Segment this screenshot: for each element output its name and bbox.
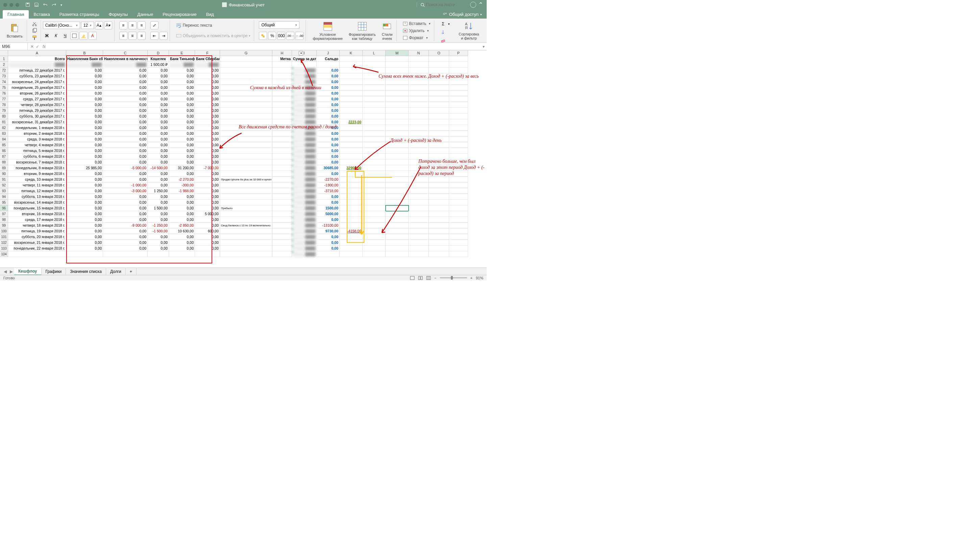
row-header[interactable]: 86: [0, 148, 8, 154]
tab-review[interactable]: Рецензирование: [158, 10, 201, 18]
comma-button[interactable]: 000: [277, 32, 285, 40]
cell[interactable]: ████: [292, 177, 317, 182]
cell[interactable]: [386, 234, 409, 240]
cell[interactable]: 0,00: [169, 142, 195, 148]
cell[interactable]: [449, 171, 468, 177]
cell[interactable]: 0,00: [317, 102, 340, 108]
cell[interactable]: 0,00: [148, 234, 169, 240]
cell[interactable]: [220, 113, 272, 119]
cell[interactable]: среда, 17 января 2018 г.: [8, 217, 66, 223]
cell[interactable]: [272, 217, 292, 223]
cell[interactable]: 0,00: [195, 113, 220, 119]
cell[interactable]: понедельник, 1 января 2018 г.: [8, 125, 66, 131]
cell[interactable]: [340, 102, 363, 108]
cell[interactable]: 0,00: [103, 131, 148, 137]
cell[interactable]: [169, 251, 195, 257]
cell[interactable]: ████: [292, 102, 317, 108]
cell[interactable]: [220, 90, 272, 96]
cell[interactable]: Свод баланса с 13 по 19 включительно. За…: [220, 223, 272, 228]
cell[interactable]: 0,00: [169, 200, 195, 205]
cell[interactable]: -2 270,00: [169, 177, 195, 182]
col-header-I[interactable]: I: [292, 50, 317, 56]
cell[interactable]: [272, 205, 292, 211]
cell[interactable]: [386, 200, 409, 205]
sheet-nav-prev[interactable]: ◀: [2, 269, 8, 274]
cell[interactable]: [409, 245, 429, 251]
row-header[interactable]: 81: [0, 119, 8, 125]
cell[interactable]: 0,00: [148, 137, 169, 142]
cell[interactable]: пятница, 12 января 2018 г.: [8, 188, 66, 194]
column-headers[interactable]: ABCDEFGHIJKLMNOP: [8, 50, 468, 56]
cell[interactable]: 0,00: [148, 245, 169, 251]
cell[interactable]: ████: [292, 108, 317, 113]
page-layout-view-icon[interactable]: [418, 276, 423, 280]
cell[interactable]: [429, 137, 449, 142]
autosum-button[interactable]: Σ: [439, 20, 447, 28]
cell[interactable]: [272, 68, 292, 73]
cell[interactable]: [429, 171, 449, 177]
cell[interactable]: [272, 240, 292, 245]
enter-formula-icon[interactable]: ✓: [36, 44, 39, 49]
cell[interactable]: ████: [292, 68, 317, 73]
cell[interactable]: [409, 90, 429, 96]
cell[interactable]: [429, 177, 449, 182]
col-header-K[interactable]: K: [340, 50, 363, 56]
cell[interactable]: [220, 102, 272, 108]
cell[interactable]: 0,00: [195, 154, 220, 159]
cell[interactable]: [386, 205, 409, 211]
cell[interactable]: ████: [292, 240, 317, 245]
row-header[interactable]: 78: [0, 102, 8, 108]
zoom-in-button[interactable]: +: [471, 276, 472, 280]
number-format-select[interactable]: Общий▾: [259, 21, 299, 29]
cell[interactable]: 0,00: [66, 154, 103, 159]
cell[interactable]: [386, 228, 409, 234]
cell[interactable]: [363, 211, 386, 217]
row-header[interactable]: 83: [0, 131, 8, 137]
cell[interactable]: [340, 223, 363, 228]
cell[interactable]: [386, 245, 409, 251]
align-bottom-button[interactable]: ≡: [138, 21, 146, 29]
cell[interactable]: понедельник, 22 января 2018 г.: [8, 245, 66, 251]
row-headers[interactable]: 1272737475767778798081828384858687888990…: [0, 56, 8, 257]
cell[interactable]: [340, 125, 363, 131]
row-header[interactable]: 103: [0, 245, 8, 251]
cell[interactable]: -13100,00: [317, 223, 340, 228]
cell[interactable]: [340, 205, 363, 211]
cell[interactable]: [340, 182, 363, 188]
cell[interactable]: ████: [292, 251, 317, 257]
cell[interactable]: [429, 245, 449, 251]
cell[interactable]: 0,00: [148, 96, 169, 102]
cell[interactable]: пятница, 29 декабря 2017 г.: [8, 108, 66, 113]
cell[interactable]: [220, 148, 272, 154]
col-header-P[interactable]: P: [449, 50, 468, 56]
cell[interactable]: 0,00: [317, 148, 340, 154]
cell[interactable]: [386, 113, 409, 119]
cell[interactable]: [449, 188, 468, 194]
cell[interactable]: пятница, 19 января 2018 г.: [8, 228, 66, 234]
cell[interactable]: понедельник, 8 января 2018 г.: [8, 165, 66, 171]
cell[interactable]: ████: [292, 205, 317, 211]
cell[interactable]: [220, 137, 272, 142]
col-header-N[interactable]: N: [409, 50, 429, 56]
cell[interactable]: [220, 108, 272, 113]
cell[interactable]: [429, 159, 449, 165]
cell[interactable]: [429, 240, 449, 245]
cell[interactable]: [340, 79, 363, 85]
cell[interactable]: 0,00: [148, 217, 169, 223]
search-box[interactable]: [417, 2, 467, 7]
minimize-window-icon[interactable]: [10, 3, 13, 7]
cut-icon[interactable]: [32, 21, 37, 26]
cell[interactable]: 0,00: [195, 148, 220, 154]
cell[interactable]: [429, 251, 449, 257]
cell[interactable]: [409, 142, 429, 148]
cell[interactable]: 0,00: [103, 171, 148, 177]
cell[interactable]: ████: [292, 228, 317, 234]
cell[interactable]: 0,00: [148, 240, 169, 245]
cell[interactable]: [340, 171, 363, 177]
cell[interactable]: [409, 119, 429, 125]
cell[interactable]: 0,00: [148, 102, 169, 108]
col-header-H[interactable]: H: [272, 50, 292, 56]
cell[interactable]: [449, 154, 468, 159]
row-header[interactable]: 2: [0, 62, 8, 68]
cell[interactable]: [220, 119, 272, 125]
